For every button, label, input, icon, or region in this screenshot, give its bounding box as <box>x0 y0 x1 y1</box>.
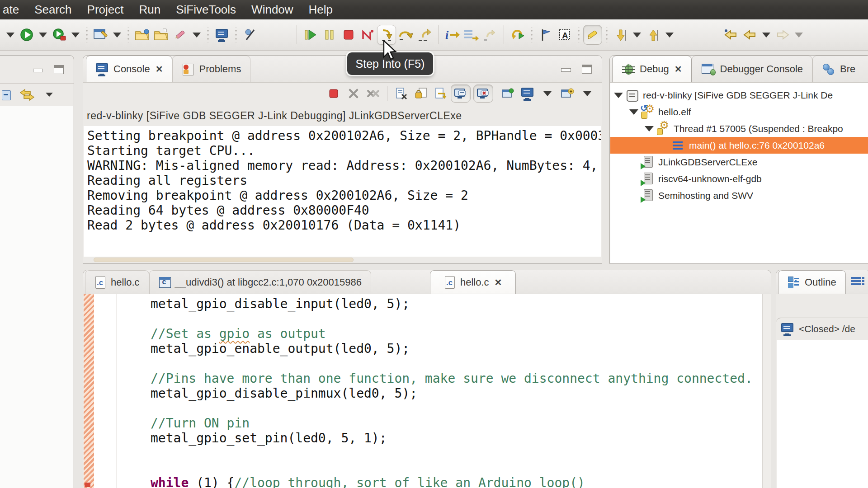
link-with-editor-icon[interactable] <box>19 89 35 101</box>
back-button[interactable] <box>741 25 760 45</box>
show-type-names-icon[interactable]: A <box>555 25 574 45</box>
dropdown-icon[interactable] <box>69 25 82 45</box>
resume-button[interactable] <box>301 25 320 45</box>
tab-problems[interactable]: Problems <box>172 56 250 82</box>
forward-button[interactable] <box>773 25 792 45</box>
restart-button[interactable] <box>508 25 527 45</box>
terminate-button[interactable] <box>339 25 358 45</box>
highlighter-toggle[interactable] <box>583 25 602 45</box>
run-button[interactable] <box>17 25 36 45</box>
console-output[interactable]: Setting breakpoint @ address 0x200102A6,… <box>84 126 601 257</box>
tab-console[interactable]: Console ✕ <box>86 56 172 82</box>
move-to-line-icon[interactable] <box>481 25 500 45</box>
maximize-icon[interactable] <box>54 65 64 74</box>
minimize-icon[interactable] <box>33 69 43 72</box>
previous-annotation-button[interactable] <box>644 25 663 45</box>
expander-icon[interactable] <box>629 109 638 115</box>
project-explorer-content[interactable] <box>0 106 73 488</box>
maximize-icon[interactable] <box>582 65 592 74</box>
menu-item-search[interactable]: Search <box>34 3 71 17</box>
tab-outline[interactable]: Outline <box>778 270 846 294</box>
debug-tree-row[interactable]: Semihosting and SWV <box>610 187 868 204</box>
menu-item-window[interactable]: Window <box>251 3 293 17</box>
toolbar-separator <box>297 25 297 44</box>
debug-tree-row[interactable]: riscv64-unknown-elf-gdb <box>610 170 868 187</box>
new-wizard-button[interactable] <box>91 25 110 45</box>
pin-console-icon[interactable] <box>498 84 518 103</box>
debug-tree-row[interactable]: ⚙Thread #1 57005 (Suspended : Breakpo <box>610 120 868 137</box>
show-stderr-toggle[interactable] <box>473 84 493 103</box>
scroll-lock-icon[interactable] <box>411 84 431 103</box>
editor-tab-hello-c-2[interactable]: hello.c ✕ <box>430 270 516 294</box>
dropdown-icon[interactable] <box>4 25 17 45</box>
dropdown-icon[interactable] <box>36 25 50 45</box>
terminal-content[interactable] <box>777 340 868 488</box>
dropdown-icon[interactable] <box>663 25 676 45</box>
debug-tree-row[interactable]: JLinkGDBServerCLExe <box>610 154 868 170</box>
skip-all-breakpoints-icon[interactable] <box>241 25 259 45</box>
terminate-icon[interactable] <box>324 84 344 103</box>
editor-content[interactable]: metal_gpio_disable_input(led0, 5); //Set… <box>117 294 762 488</box>
sort-icon[interactable] <box>851 276 865 288</box>
minimize-icon[interactable] <box>561 68 571 72</box>
step-into-selection-icon[interactable]: i <box>443 25 462 45</box>
svg-text:A: A <box>562 31 568 40</box>
scrollbar-thumb[interactable] <box>94 258 354 262</box>
terminal-tab[interactable]: <Closed> /de <box>776 318 868 340</box>
pencil-icon[interactable] <box>171 25 190 45</box>
run-external-button[interactable] <box>50 25 69 45</box>
menu-item-run[interactable]: Run <box>139 3 160 17</box>
editor-tab-hello-c-1[interactable]: hello.c <box>85 270 149 294</box>
close-icon[interactable]: ✕ <box>495 277 502 288</box>
tree-label: JLinkGDBServerCLExe <box>658 157 757 168</box>
step-return-button[interactable] <box>415 25 434 45</box>
disconnect-button[interactable] <box>358 25 377 45</box>
expander-icon[interactable] <box>645 126 654 131</box>
debug-tree-row[interactable]: red-v-blinky [SiFive GDB SEGGER J-Link D… <box>610 87 868 103</box>
tab-debugger-console[interactable]: Debugger Console <box>692 56 812 82</box>
editor-gutter[interactable] <box>94 294 116 488</box>
suspend-button[interactable] <box>320 25 339 45</box>
next-annotation-button[interactable] <box>611 25 630 45</box>
dropdown-icon[interactable] <box>577 84 597 103</box>
expander-icon[interactable] <box>614 93 623 98</box>
clear-console-icon[interactable] <box>391 84 411 103</box>
editor-vscrollbar[interactable] <box>762 294 771 488</box>
open-folder-icon[interactable] <box>133 25 152 45</box>
last-edit-location-button[interactable] <box>722 25 741 45</box>
tab-breakpoints[interactable]: Bre <box>812 56 868 82</box>
show-stdout-toggle[interactable] <box>451 84 471 103</box>
import-folder-icon[interactable] <box>152 25 171 45</box>
menu-item-help[interactable]: Help <box>309 3 333 17</box>
tree-label: red-v-blinky [SiFive GDB SEGGER J-Link D… <box>643 90 833 101</box>
dropdown-icon[interactable] <box>792 25 806 45</box>
menu-item-navigate[interactable]: ate <box>3 3 19 17</box>
editor-tab-label: hello.c <box>460 277 489 288</box>
editor-tab-udivdi3[interactable]: __udivdi3() at libgcc2.c:1,070 0x2001598… <box>149 270 371 294</box>
console-view-icon[interactable] <box>212 25 231 45</box>
menu-item-project[interactable]: Project <box>87 3 124 17</box>
remove-all-launches-icon[interactable] <box>363 84 383 103</box>
word-wrap-icon[interactable] <box>431 84 451 103</box>
close-icon[interactable]: ✕ <box>156 64 163 75</box>
dropdown-icon[interactable] <box>110 25 124 45</box>
remove-launch-icon[interactable] <box>344 84 363 103</box>
tab-debug[interactable]: Debug ✕ <box>612 56 692 82</box>
dropdown-icon[interactable] <box>190 25 203 45</box>
collapse-all-icon[interactable] <box>0 89 13 101</box>
close-icon[interactable]: ✕ <box>675 64 682 75</box>
debug-tree-row[interactable]: main() at hello.c:76 0x200102a6 <box>610 137 868 154</box>
debugger-console-icon <box>701 63 716 75</box>
tab-debug-label: Debug <box>640 63 669 75</box>
console-hscrollbar[interactable] <box>84 257 601 263</box>
dropdown-icon[interactable] <box>630 25 644 45</box>
flag-icon[interactable] <box>536 25 555 45</box>
dropdown-icon[interactable] <box>538 84 557 103</box>
dropdown-icon[interactable] <box>760 25 773 45</box>
display-selected-console-icon[interactable] <box>518 84 538 103</box>
open-console-icon[interactable] <box>557 84 577 103</box>
debug-tree-row[interactable]: ⚙↺hello.elf <box>610 103 868 120</box>
instruction-stepping-icon[interactable] <box>462 25 481 45</box>
view-menu-icon[interactable] <box>46 93 53 97</box>
menu-item-sifivetools[interactable]: SiFiveTools <box>176 3 236 17</box>
